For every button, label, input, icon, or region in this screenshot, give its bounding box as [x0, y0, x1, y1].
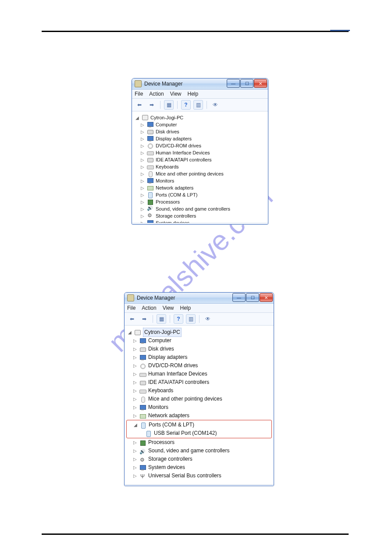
menu-help[interactable]: Help — [180, 305, 191, 311]
tree-item[interactable]: ▷Display adapters — [135, 135, 266, 142]
forward-button[interactable]: ➡ — [139, 314, 149, 324]
tree-item[interactable]: ▷Monitors — [135, 177, 266, 184]
menu-view[interactable]: View — [163, 305, 174, 311]
tree-item[interactable]: ▷Processors — [135, 198, 266, 205]
tree-item[interactable]: ▷Monitors — [127, 403, 272, 412]
tree-item[interactable]: ▷Processors — [127, 438, 272, 447]
expand-icon[interactable]: ▷ — [132, 345, 138, 353]
menu-file[interactable]: File — [135, 91, 143, 97]
tree-item[interactable]: ▷DVD/CD-ROM drives — [135, 142, 266, 149]
expand-icon[interactable]: ▷ — [132, 362, 138, 370]
properties-button[interactable]: ▦ — [164, 100, 174, 110]
expand-icon[interactable]: ▷ — [140, 193, 145, 197]
tree-item[interactable]: ▷Computer — [127, 337, 272, 345]
expand-icon[interactable]: ▷ — [132, 412, 138, 420]
scan-button[interactable]: ▥ — [186, 314, 196, 324]
expand-icon[interactable]: ▷ — [140, 158, 145, 162]
expand-icon[interactable]: ▷ — [132, 403, 138, 412]
forward-button[interactable]: ➡ — [147, 100, 157, 110]
tree-item[interactable]: ▷IDE ATA/ATAPI controllers — [135, 156, 266, 163]
expand-icon[interactable]: ▷ — [140, 200, 145, 204]
back-button[interactable]: ⬅ — [127, 314, 137, 324]
expand-icon[interactable]: ▷ — [140, 172, 145, 176]
help-button[interactable]: ? — [174, 314, 183, 324]
expand-icon[interactable]: ▷ — [132, 447, 138, 455]
tree-root[interactable]: ◢ Cytron-Jogi-PC — [127, 328, 272, 337]
tree-item[interactable]: ▷Universal Serial Bus controllers — [127, 472, 272, 480]
tree-item[interactable]: ▷Human Interface Devices — [135, 149, 266, 156]
page-footer-rule — [42, 534, 349, 535]
tree-item[interactable]: ▷Computer — [135, 121, 266, 128]
tree-item[interactable]: ▷Storage controllers — [127, 455, 272, 463]
tree-item[interactable]: ▷Network adapters — [127, 412, 272, 420]
expand-icon[interactable]: ▷ — [140, 179, 145, 183]
tree-item[interactable]: ▷Network adapters — [135, 184, 266, 191]
tree-item[interactable]: ▷Sound, video and game controllers — [135, 205, 266, 212]
expand-icon[interactable]: ▷ — [140, 150, 145, 155]
device-tree[interactable]: ◢ Cytron-Jogi-PC ▷Computer ▷Disk drives … — [132, 111, 268, 223]
tree-root[interactable]: ◢ Cytron-Jogi-PC — [135, 114, 266, 121]
expand-icon[interactable]: ▷ — [140, 221, 145, 223]
expand-icon[interactable]: ▷ — [140, 165, 145, 169]
tree-item[interactable]: ▷Disk drives — [127, 345, 272, 353]
expand-icon[interactable]: ▷ — [132, 438, 138, 447]
display-icon — [147, 136, 154, 142]
tree-item[interactable]: ▷IDE ATA/ATAPI controllers — [127, 378, 272, 387]
properties-button[interactable]: ▦ — [157, 314, 166, 324]
tree-item[interactable]: ▷Storage controllers — [135, 212, 266, 219]
tree-item[interactable]: ▷Display adapters — [127, 353, 272, 362]
expand-icon[interactable]: ▷ — [132, 337, 138, 345]
tree-item[interactable]: ▷Mice and other pointing devices — [135, 170, 266, 177]
show-hidden-button[interactable]: 👁 — [203, 314, 213, 324]
expand-icon[interactable]: ▷ — [132, 370, 138, 378]
minimize-button[interactable]: — — [232, 293, 246, 302]
back-button[interactable]: ⬅ — [135, 100, 144, 110]
tree-item-ports[interactable]: ◢Ports (COM & LPT) — [128, 421, 271, 429]
tree-item-usb-serial[interactable]: USB Serial Port (COM142) — [128, 429, 271, 437]
scan-button[interactable]: ▥ — [193, 100, 203, 110]
expand-icon[interactable]: ▷ — [132, 455, 138, 463]
tree-item[interactable]: ▷Ports (COM & LPT) — [135, 191, 266, 198]
expand-icon[interactable]: ▷ — [140, 214, 145, 218]
expand-icon[interactable]: ▷ — [140, 129, 145, 134]
close-button[interactable]: ✕ — [260, 293, 273, 302]
menu-action[interactable]: Action — [142, 305, 156, 311]
menu-help[interactable]: Help — [188, 91, 199, 97]
expand-icon[interactable]: ◢ — [127, 328, 132, 337]
tree-item[interactable]: ▷Mice and other pointing devices — [127, 395, 272, 403]
expand-icon[interactable]: ▷ — [140, 186, 145, 190]
expand-icon[interactable]: ▷ — [140, 136, 145, 141]
titlebar[interactable]: Device Manager — ☐ ✕ — [132, 79, 268, 90]
tree-item[interactable]: ▷Sound, video and game controllers — [127, 447, 272, 455]
tree-item[interactable]: ▷Keyboards — [135, 163, 266, 170]
device-tree[interactable]: ◢ Cytron-Jogi-PC ▷Computer ▷Disk drives … — [125, 326, 274, 484]
expand-icon[interactable]: ◢ — [135, 115, 140, 120]
expand-icon[interactable]: ▷ — [132, 353, 138, 362]
maximize-button[interactable]: ☐ — [240, 79, 253, 88]
tree-item[interactable]: ▷Human Interface Devices — [127, 370, 272, 378]
expand-icon[interactable]: ▷ — [140, 122, 145, 127]
disk-icon — [139, 346, 146, 352]
collapse-icon[interactable]: ◢ — [133, 421, 138, 429]
menu-file[interactable]: File — [127, 305, 135, 311]
show-hidden-button[interactable]: 👁 — [210, 100, 220, 110]
close-button[interactable]: ✕ — [254, 79, 267, 88]
tree-item[interactable]: ▷System devices — [135, 219, 266, 223]
maximize-button[interactable]: ☐ — [246, 293, 259, 302]
tree-item[interactable]: ▷Disk drives — [135, 128, 266, 135]
titlebar[interactable]: Device Manager — ☐ ✕ — [125, 293, 274, 304]
tree-item[interactable]: ▷Keyboards — [127, 387, 272, 395]
minimize-button[interactable]: — — [227, 79, 240, 88]
expand-icon[interactable]: ▷ — [132, 378, 138, 387]
tree-item[interactable]: ▷System devices — [127, 463, 272, 472]
menu-action[interactable]: Action — [149, 91, 164, 97]
tree-item[interactable]: ▷DVD/CD-ROM drives — [127, 362, 272, 370]
help-button[interactable]: ? — [181, 100, 191, 110]
menu-view[interactable]: View — [170, 91, 182, 97]
expand-icon[interactable]: ▷ — [140, 207, 145, 211]
expand-icon[interactable]: ▷ — [132, 387, 138, 395]
expand-icon[interactable]: ▷ — [132, 463, 138, 472]
expand-icon[interactable]: ▷ — [132, 472, 138, 480]
expand-icon[interactable]: ▷ — [140, 143, 145, 148]
expand-icon[interactable]: ▷ — [132, 395, 138, 403]
